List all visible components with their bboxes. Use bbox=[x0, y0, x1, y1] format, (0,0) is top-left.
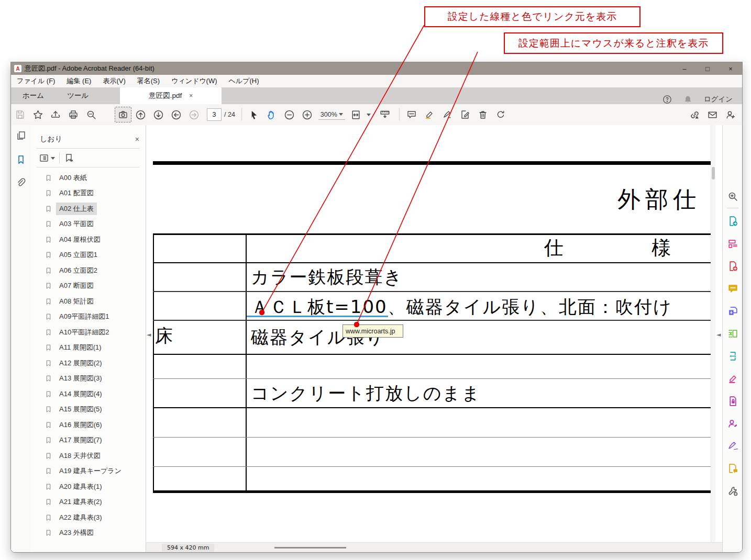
bookmark-item[interactable]: A09平面詳細図1 bbox=[30, 309, 146, 325]
share-link-button[interactable] bbox=[686, 107, 703, 122]
tab-document[interactable]: 意匠図.pdf × bbox=[120, 87, 222, 104]
refresh-button[interactable] bbox=[492, 107, 510, 122]
fit-width-button[interactable] bbox=[347, 107, 365, 122]
menu-item[interactable]: 署名(S) bbox=[131, 76, 165, 86]
bookmark-item[interactable]: A17 展開図(7) bbox=[30, 433, 146, 449]
minimize-button[interactable]: – bbox=[673, 62, 696, 75]
create-pdf-icon[interactable] bbox=[727, 260, 738, 272]
bookmark-item[interactable]: A11 展開図(1) bbox=[30, 340, 146, 356]
share-upload-button[interactable] bbox=[47, 107, 64, 122]
redact-icon[interactable] bbox=[727, 373, 738, 384]
search-tool-icon[interactable] bbox=[727, 191, 738, 202]
vertical-scrollbar[interactable] bbox=[711, 125, 715, 542]
select-tool-button[interactable] bbox=[245, 107, 263, 122]
edit-pdf-icon[interactable] bbox=[727, 238, 738, 249]
delete-trash-button[interactable] bbox=[474, 107, 492, 122]
bookmark-item[interactable]: A05 立面図1 bbox=[30, 248, 146, 263]
link-underline[interactable] bbox=[247, 316, 388, 317]
bookmark-item[interactable]: A00 表紙 bbox=[30, 170, 146, 186]
login-link[interactable]: ログイン bbox=[704, 95, 733, 104]
protect-pdf-icon[interactable] bbox=[727, 395, 738, 407]
bookmark-item[interactable]: A22 建具表(3) bbox=[30, 510, 146, 525]
highlight-tool-button[interactable] bbox=[421, 107, 438, 122]
fit-options-chevron-icon[interactable] bbox=[367, 114, 371, 116]
vertical-scrollbar-thumb[interactable] bbox=[712, 167, 715, 180]
horizontal-scrollbar-thumb[interactable] bbox=[274, 547, 346, 548]
previous-view-up-button[interactable] bbox=[131, 107, 149, 122]
pdf-page-view[interactable]: 外部仕 仕 様 カラー鉄板段葺き ＡＣＬ板t=100、磁器タイル張り、北面：吹付… bbox=[146, 125, 722, 552]
bookmark-item[interactable]: A19 建具キープラン bbox=[30, 464, 146, 479]
menu-item[interactable]: ウィンドウ(W) bbox=[165, 76, 223, 86]
back-button[interactable] bbox=[167, 107, 185, 122]
stamp-comment-icon[interactable] bbox=[727, 463, 738, 474]
bookmark-icon bbox=[45, 436, 52, 444]
organize-pages-icon[interactable] bbox=[727, 328, 738, 339]
page-number-input[interactable]: 3 bbox=[207, 108, 222, 121]
snapshot-tool-button[interactable] bbox=[115, 107, 131, 122]
bookmark-item[interactable]: A13 展開図(3) bbox=[30, 371, 146, 387]
tab-home[interactable]: ホーム bbox=[11, 87, 56, 104]
request-signatures-icon[interactable] bbox=[727, 418, 738, 429]
tab-tools[interactable]: ツール bbox=[56, 87, 100, 104]
bookmark-item[interactable]: A10平面詳細図2 bbox=[30, 324, 146, 340]
pdf-table-line bbox=[153, 378, 711, 379]
star-favorite-button[interactable] bbox=[29, 107, 47, 122]
callout-tooltip-note: 設定範囲上にマウスが来ると注釈を表示 bbox=[504, 32, 723, 54]
bookmark-item[interactable]: A12 展開図(2) bbox=[30, 355, 146, 371]
bookmark-item[interactable]: A06 立面図2 bbox=[30, 263, 146, 278]
bookmark-item[interactable]: A08 矩計図 bbox=[30, 294, 146, 309]
page-thumbnails-icon[interactable] bbox=[11, 125, 30, 146]
bookmark-item[interactable]: A14 展開図(4) bbox=[30, 386, 146, 402]
bookmark-item[interactable]: A21 建具表(2) bbox=[30, 495, 146, 510]
notifications-bell-icon[interactable] bbox=[683, 95, 692, 104]
measure-ruler-button[interactable] bbox=[376, 107, 394, 122]
menu-item[interactable]: 表示(V) bbox=[97, 76, 131, 86]
collapse-right-panel-arrow[interactable]: ◄ bbox=[716, 331, 721, 338]
bookmark-item[interactable]: A20 建具表(1) bbox=[30, 479, 146, 495]
zoom-level-dropdown[interactable]: 300% bbox=[318, 110, 345, 120]
comment-tool-button[interactable] bbox=[403, 107, 421, 122]
attachments-paperclip-icon[interactable] bbox=[11, 172, 30, 193]
bookmark-item[interactable]: A02 仕上表 bbox=[30, 201, 146, 217]
help-icon[interactable] bbox=[662, 95, 672, 104]
expand-current-bookmark-button[interactable] bbox=[64, 153, 74, 163]
combine-files-icon[interactable] bbox=[727, 305, 738, 317]
bookmarks-panel-icon[interactable] bbox=[11, 149, 30, 170]
compress-pdf-icon[interactable] bbox=[727, 350, 738, 362]
close-button[interactable]: × bbox=[719, 62, 742, 75]
bookmark-item[interactable]: A07 断面図 bbox=[30, 278, 146, 294]
bookmark-item[interactable]: A16 展開図(6) bbox=[30, 417, 146, 433]
fill-and-sign-button[interactable] bbox=[456, 107, 474, 122]
send-email-button[interactable] bbox=[703, 107, 721, 122]
document-status-bar: 594 x 420 mm bbox=[146, 542, 722, 552]
tab-close-icon[interactable]: × bbox=[189, 92, 193, 99]
bookmarks-panel-close-icon[interactable]: × bbox=[135, 135, 139, 143]
bookmark-item[interactable]: A04 屋根伏図 bbox=[30, 232, 146, 248]
zoom-out-button[interactable] bbox=[281, 107, 299, 122]
comment-tool-rail-icon[interactable] bbox=[727, 283, 738, 294]
bookmark-item[interactable]: A23 外構図 bbox=[30, 525, 146, 541]
menu-item[interactable]: ファイル (F) bbox=[11, 76, 61, 86]
invite-person-button[interactable] bbox=[721, 107, 739, 122]
forward-button[interactable] bbox=[185, 107, 203, 122]
collapse-left-panel-arrow[interactable]: ◄ bbox=[147, 331, 151, 338]
bookmark-item[interactable]: A15 展開図(5) bbox=[30, 402, 146, 418]
more-tools-icon[interactable] bbox=[727, 485, 738, 497]
menu-item[interactable]: 編集 (E) bbox=[61, 76, 97, 86]
maximize-button[interactable]: □ bbox=[696, 62, 719, 75]
hand-tool-button[interactable] bbox=[263, 107, 281, 122]
bookmark-item[interactable]: A18 天井伏図 bbox=[30, 448, 146, 464]
bookmark-options-button[interactable] bbox=[39, 153, 55, 163]
print-button[interactable] bbox=[64, 107, 82, 122]
chevron-down-icon bbox=[51, 157, 55, 160]
menu-item[interactable]: ヘルプ(H) bbox=[223, 76, 265, 86]
next-view-down-button[interactable] bbox=[149, 107, 167, 122]
zoom-in-button[interactable] bbox=[299, 107, 316, 122]
bookmark-item[interactable]: A03 平面図 bbox=[30, 217, 146, 232]
save-button[interactable] bbox=[11, 107, 29, 122]
fill-and-sign-rail-icon[interactable] bbox=[727, 440, 738, 452]
export-pdf-icon[interactable] bbox=[727, 215, 738, 227]
bookmark-item[interactable]: A01 配置図 bbox=[30, 186, 146, 201]
search-button[interactable] bbox=[82, 107, 100, 122]
sign-pen-button[interactable] bbox=[438, 107, 456, 122]
